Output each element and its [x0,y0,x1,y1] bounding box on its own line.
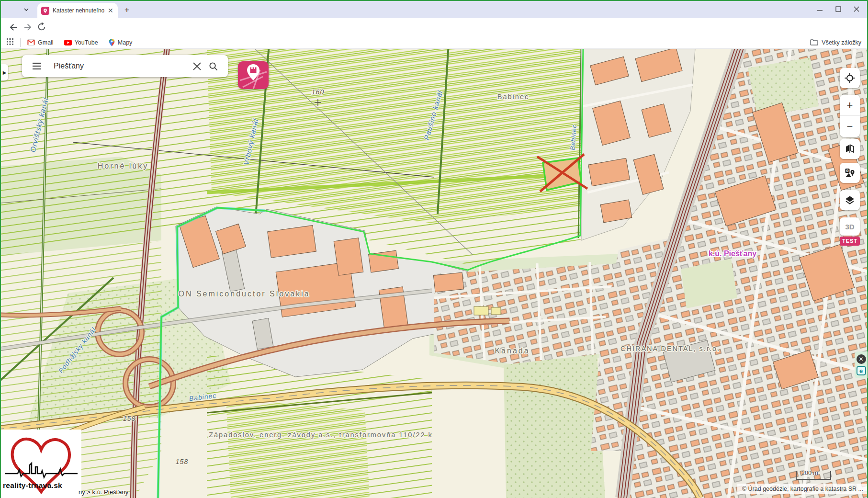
gmail-icon [27,39,35,45]
tab-search-chevron-icon[interactable] [21,4,32,15]
window-controls [817,1,864,15]
scale-bar: 200 m [796,471,831,480]
forward-button[interactable] [22,22,34,33]
gps-crosshair-icon [845,73,855,83]
scale-label: 200 m [801,470,818,476]
map-attribution: © Úrad geodézie, kartografie a katastra … [737,484,867,494]
map-base-layer: Horné lúky Orvištský kanál Vrbový kanál … [1,49,867,498]
search-input[interactable]: Piešťany [54,62,189,70]
maps-pin-icon [109,39,115,46]
3d-mode-button[interactable]: 3D [840,217,860,236]
map-label-kanada: Kanada [495,347,530,355]
reality-trnava-watermark: reality-trnava.sk [1,430,81,498]
apps-grid-icon[interactable] [7,38,13,47]
tab-close-icon[interactable]: ✕ [108,7,113,14]
bookmark-youtube[interactable]: YouTube [64,39,98,46]
extension-overlay: ✕ e [855,351,868,378]
all-bookmarks-button[interactable]: Všetky záložky [806,38,861,47]
zoom-controls: + − [840,95,860,137]
breadcrumb[interactable]: ny > k.ú. Piešťany [79,488,128,496]
search-icon[interactable] [205,58,221,74]
extension-e-badge[interactable]: e [857,366,866,375]
test-badge: TEST [840,237,860,246]
new-tab-button[interactable]: + [122,5,132,15]
youtube-icon [64,40,72,45]
tab-strip: Kataster nehnuteľností | MAPKA ✕ + [1,1,867,18]
map-label-elev-158b: 158 [176,458,188,465]
zoom-out-button[interactable]: − [840,116,860,137]
swipe-compare-icon [845,144,855,154]
layers-button[interactable] [840,190,860,210]
bookmark-gmail[interactable]: Gmail [27,39,54,46]
bookmarks-separator [20,38,21,47]
folder-icon [810,39,818,45]
window-maximize-button[interactable] [835,5,841,11]
map-label-zse: Západoslov. energ. závody a.s., transfor… [209,431,433,439]
layers-icon [845,195,855,205]
browser-toolbar: zbgis.skgeodesy.sk/mapka/sk/kataster/det… [1,18,867,36]
sidebar-expander[interactable]: ▶ [1,64,8,80]
map-label-elev-160: 160 [312,88,324,96]
extension-close-icon[interactable]: ✕ [857,354,866,364]
window-close-button[interactable] [854,5,859,11]
map-swipe-button[interactable] [840,139,860,159]
menu-hamburger-icon[interactable] [29,58,45,74]
map-label-on-semiconductor: ON Semiconductor Slovakia [178,290,310,298]
back-button[interactable] [8,22,19,33]
gps-locate-button[interactable] [840,68,860,88]
bookmark-mapy[interactable]: Mapy [109,39,133,46]
google-maps-pin-icon: G [845,168,855,178]
bookmarks-bar: Gmail YouTube Mapy Všetky záložky [1,36,867,49]
browser-tab[interactable]: Kataster nehnuteľností | MAPKA ✕ [37,3,118,18]
map-label-ku-piestany: k.ú. Piešťany [709,249,756,258]
window-minimize-button[interactable] [817,5,823,11]
watermark-text: reality-trnava.sk [3,481,62,490]
reload-button[interactable] [36,22,48,33]
google-maps-link-button[interactable]: G [840,163,860,183]
map-label-babinec-area: Babinec [497,93,529,101]
zoom-in-button[interactable]: + [840,95,860,116]
tab-title: Kataster nehnuteľností | MAPKA [53,7,104,14]
mapka-logo-button[interactable] [238,61,269,89]
map-label-chirana: CHIRANA DENTAL, s.r.o. [620,345,720,352]
search-clear-icon[interactable] [189,58,205,74]
map-canvas[interactable]: Horné lúky Orvištský kanál Vrbový kanál … [1,49,867,498]
map-label-horne-luky: Horné lúky [98,162,148,170]
mapka-favicon-icon [41,7,49,15]
search-bar[interactable]: Piešťany [22,55,228,77]
browser-window: Kataster nehnuteľností | MAPKA ✕ + zbgis… [0,0,868,498]
map-label-elev-158a: 158 [123,415,135,422]
svg-text:G: G [846,169,849,173]
